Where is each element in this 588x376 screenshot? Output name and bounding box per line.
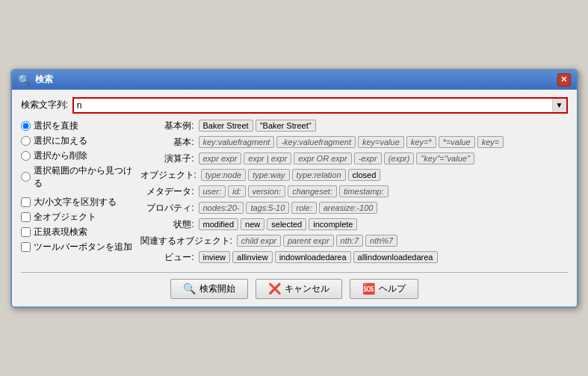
tag-key-star[interactable]: key=* <box>406 136 436 148</box>
tags-metadata: user: id: version: changeset: timestamp: <box>199 185 389 197</box>
help-button[interactable]: 🆘 ヘルプ <box>350 279 418 299</box>
row-label-objects: オブジェクト: <box>140 169 196 182</box>
checkbox-case-input[interactable] <box>21 197 31 207</box>
radio-select-direct[interactable]: 選択を直接 <box>21 120 133 132</box>
tags-objects: type:node type:way type:relation closed <box>201 169 380 181</box>
checkbox-regex-label: 正規表現検索 <box>34 226 87 238</box>
tag-allindownloadedarea[interactable]: allindownloadedarea <box>353 251 438 263</box>
tag-key-valuefragment[interactable]: key:valuefragment <box>199 136 275 148</box>
tag-tags-5-10[interactable]: tags:5-10 <box>246 202 289 214</box>
checkbox-toolbar[interactable]: ツールバーボタンを追加 <box>21 241 133 253</box>
row-label-basic: 基本: <box>140 136 194 149</box>
checkbox-regex-input[interactable] <box>21 227 31 237</box>
checkbox-case[interactable]: 大/小文字を区別する <box>21 196 133 209</box>
checkbox-toolbar-input[interactable] <box>21 242 31 252</box>
checkbox-all-input[interactable] <box>21 212 31 222</box>
tag-paren-expr[interactable]: (expr) <box>384 152 415 164</box>
tag-inview[interactable]: inview <box>199 251 231 263</box>
tag-version[interactable]: version: <box>248 185 286 197</box>
right-panel: 基本例: Baker Street "Baker Street" 基本: key… <box>140 120 568 268</box>
search-input-wrapper: ▼ <box>72 97 568 114</box>
radio-group: 選択を直接 選択に加える 選択から削除 選択範囲の中から見つける <box>21 120 133 190</box>
tag-row-view: ビュー: inview allinview indownloadedarea a… <box>140 251 568 264</box>
checkbox-all-label: 全オブジェクト <box>34 211 96 224</box>
radio-find-label: 選択範囲の中から見つける <box>34 164 133 190</box>
tag-neg-key-valuefragment[interactable]: -key:valuefragment <box>276 136 356 148</box>
tag-nth-mod-7[interactable]: nth%7 <box>365 235 397 247</box>
tag-user[interactable]: user: <box>199 185 226 197</box>
radio-find-input[interactable] <box>21 172 31 182</box>
radio-direct-input[interactable] <box>21 121 31 131</box>
checkbox-regex[interactable]: 正規表現検索 <box>21 226 133 238</box>
checkbox-toolbar-label: ツールバーボタンを追加 <box>34 241 132 253</box>
tag-expr-or-expr[interactable]: expr OR expr <box>294 152 351 164</box>
tag-nth-7[interactable]: nth:7 <box>336 235 363 247</box>
tag-new[interactable]: new <box>241 218 264 230</box>
tag-selected[interactable]: selected <box>267 218 306 230</box>
tag-closed[interactable]: closed <box>348 169 381 181</box>
radio-add-input[interactable] <box>21 136 31 146</box>
tags-basic-example: Baker Street "Baker Street" <box>199 120 316 132</box>
search-icon: 🔍 <box>18 74 31 86</box>
tag-baker-street-quoted[interactable]: "Baker Street" <box>256 120 316 132</box>
tag-star-value[interactable]: *=value <box>439 136 475 148</box>
tag-timestamp[interactable]: timestamp: <box>339 185 389 197</box>
search-start-icon: 🔍 <box>183 283 196 295</box>
tag-role[interactable]: role: <box>291 202 316 214</box>
row-label-related: 関連するオブジェクト: <box>140 235 232 247</box>
divider <box>21 272 568 273</box>
tags-properties: nodes:20- tags:5-10 role: areasize:-100 <box>199 202 378 214</box>
tag-type-way[interactable]: type:way <box>248 169 289 181</box>
tag-nodes-20[interactable]: nodes:20- <box>199 202 244 214</box>
tag-areasize[interactable]: areasize:-100 <box>319 202 378 214</box>
tags-status: modified new selected incomplete <box>199 218 358 230</box>
checkbox-group: 大/小文字を区別する 全オブジェクト 正規表現検索 ツールバーボタンを追加 <box>21 196 133 253</box>
radio-find-in-selection[interactable]: 選択範囲の中から見つける <box>21 164 133 190</box>
row-label-status: 状態: <box>140 218 194 231</box>
tag-key-value[interactable]: key=value <box>358 136 404 148</box>
tag-row-basic: 基本: key:valuefragment -key:valuefragment… <box>140 136 568 149</box>
search-dialog: 🔍 検索 ✕ 検索文字列: ▼ 選択を直接 <box>10 69 578 308</box>
radio-add-label: 選択に加える <box>34 135 87 147</box>
tag-expr-expr[interactable]: expr expr <box>199 152 242 164</box>
main-layout: 選択を直接 選択に加える 選択から削除 選択範囲の中から見つける <box>21 120 568 268</box>
search-label: 検索文字列: <box>21 99 68 111</box>
tag-changeset[interactable]: changeset: <box>288 185 337 197</box>
radio-direct-label: 選択を直接 <box>34 120 78 132</box>
tag-type-relation[interactable]: type:relation <box>292 169 346 181</box>
tag-modified[interactable]: modified <box>199 218 239 230</box>
search-start-button[interactable]: 🔍 検索開始 <box>170 279 248 299</box>
radio-remove-label: 選択から削除 <box>34 150 87 162</box>
tag-neg-expr[interactable]: -expr <box>354 152 382 164</box>
radio-remove-input[interactable] <box>21 151 31 161</box>
row-label-properties: プロパティ: <box>140 202 194 215</box>
search-row: 検索文字列: ▼ <box>21 97 568 114</box>
cancel-button[interactable]: ❌ キャンセル <box>256 279 342 299</box>
tag-type-node[interactable]: type:node <box>201 169 246 181</box>
cancel-icon: ❌ <box>268 283 281 295</box>
tag-key-eq[interactable]: key= <box>477 136 504 148</box>
tag-row-properties: プロパティ: nodes:20- tags:5-10 role: areasiz… <box>140 202 568 215</box>
tag-row-related: 関連するオブジェクト: child expr parent expr nth:7… <box>140 235 568 247</box>
tag-key-eq-value-quoted[interactable]: "key"="value" <box>416 152 474 164</box>
tag-allinview[interactable]: allinview <box>232 251 273 263</box>
tag-indownloadedarea[interactable]: indownloadedarea <box>275 251 351 263</box>
close-button[interactable]: ✕ <box>557 73 571 87</box>
tags-basic: key:valuefragment -key:valuefragment key… <box>199 136 504 148</box>
tag-row-basic-example: 基本例: Baker Street "Baker Street" <box>140 120 568 132</box>
tag-baker-street[interactable]: Baker Street <box>199 120 253 132</box>
tag-parent-expr[interactable]: parent expr <box>283 235 334 247</box>
tag-id[interactable]: id: <box>228 185 246 197</box>
tag-row-operators: 演算子: expr expr expr | expr expr OR expr … <box>140 152 568 165</box>
tag-expr-pipe-expr[interactable]: expr | expr <box>244 152 291 164</box>
radio-remove-selection[interactable]: 選択から削除 <box>21 150 133 162</box>
tag-child-expr[interactable]: child expr <box>237 235 281 247</box>
search-dropdown-button[interactable]: ▼ <box>552 99 566 112</box>
dialog-content: 検索文字列: ▼ 選択を直接 選択に加える <box>12 90 577 306</box>
search-input[interactable] <box>74 99 552 112</box>
title-bar: 🔍 検索 ✕ <box>12 70 577 90</box>
tag-incomplete[interactable]: incomplete <box>309 218 357 230</box>
row-label-view: ビュー: <box>140 251 194 264</box>
checkbox-all-objects[interactable]: 全オブジェクト <box>21 211 133 224</box>
radio-add-selection[interactable]: 選択に加える <box>21 135 133 147</box>
